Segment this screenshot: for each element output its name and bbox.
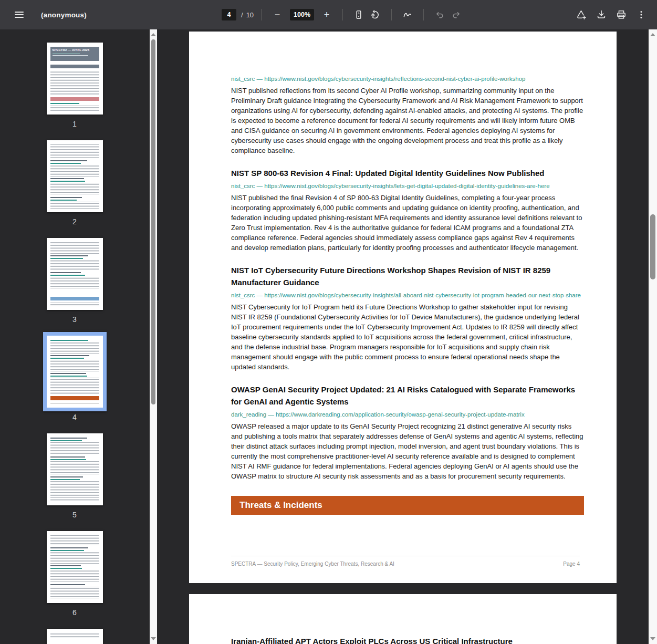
page-thumbnail-7[interactable]: 7 bbox=[47, 629, 103, 644]
page-thumbnail-3[interactable]: 3 bbox=[47, 238, 103, 324]
page-number-input[interactable]: 4 bbox=[222, 9, 236, 20]
toolbar-divider bbox=[342, 9, 343, 20]
thumbnail-preview bbox=[47, 238, 103, 310]
menu-icon[interactable] bbox=[11, 6, 27, 23]
source-link[interactable]: dark_reading — https://www.darkreading.c… bbox=[231, 411, 584, 418]
zoom-out-button[interactable]: − bbox=[269, 6, 286, 23]
thumbnail-section-banner bbox=[50, 396, 99, 400]
thumbnail-page-number: 5 bbox=[47, 511, 103, 519]
article-section: NIST IoT Cybersecurity Future Directions… bbox=[231, 264, 584, 372]
scroll-up-arrow[interactable] bbox=[650, 33, 655, 36]
main-scrollbar-thumb[interactable] bbox=[650, 214, 655, 279]
article-section: nist_csrc — https://www.nist.gov/blogs/c… bbox=[231, 76, 584, 155]
pdf-toolbar: (anonymous) 4 / 10 − 100% + bbox=[0, 0, 657, 29]
main-scrollbar bbox=[649, 29, 657, 644]
toolbar-divider bbox=[261, 9, 262, 20]
article-heading: OWASP GenAI Security Project Updated: 21… bbox=[231, 383, 584, 408]
article-body: OWASP released a major update to its Gen… bbox=[231, 421, 584, 481]
page-thumbnail-6[interactable]: 6 bbox=[47, 531, 103, 617]
article-heading: NIST SP 800-63 Revision 4 Final: Updated… bbox=[231, 167, 584, 180]
redo-icon[interactable] bbox=[448, 6, 465, 23]
article-body: NIST published the final Revision 4 of S… bbox=[231, 193, 584, 253]
undo-icon[interactable] bbox=[431, 6, 448, 23]
scroll-down-arrow[interactable] bbox=[650, 637, 655, 640]
page-footer: SPECTRA — Security Policy, Emerging Cybe… bbox=[231, 556, 580, 567]
article-body: NIST published reflections from its seco… bbox=[231, 86, 584, 155]
section-banner-threats-incidents: Threats & Incidents bbox=[231, 496, 584, 515]
pdf-viewer-window: (anonymous) 4 / 10 − 100% + bbox=[0, 0, 657, 644]
thumbnail-page-number: 1 bbox=[47, 120, 103, 128]
rotate-icon[interactable] bbox=[367, 6, 384, 23]
thumbnail-panel: SPECTRA — APRIL 2026 1 bbox=[0, 29, 149, 644]
thumbnail-page-number: 3 bbox=[47, 315, 103, 324]
thumbnail-page-number: 2 bbox=[47, 217, 103, 226]
thumbnail-section-banner bbox=[50, 97, 99, 101]
download-icon[interactable] bbox=[593, 6, 610, 23]
pdf-page-4: nist_csrc — https://www.nist.gov/blogs/c… bbox=[189, 32, 617, 583]
thumbnail-section-banner bbox=[50, 297, 99, 300]
print-icon[interactable] bbox=[613, 6, 630, 23]
thumbnail-page-number: 4 bbox=[47, 413, 103, 421]
toolbar-divider bbox=[391, 9, 392, 20]
sidebar-scrollbar bbox=[150, 29, 157, 644]
page-thumbnail-4-selected[interactable]: 4 bbox=[47, 336, 103, 421]
more-options-icon[interactable] bbox=[633, 6, 650, 23]
fit-page-icon[interactable] bbox=[350, 6, 367, 23]
page-separator: / bbox=[241, 11, 243, 19]
sidebar-scrollbar-thumb[interactable] bbox=[151, 39, 155, 404]
thumbnail-preview: SPECTRA — APRIL 2026 bbox=[47, 43, 103, 115]
source-link[interactable]: nist_csrc — https://www.nist.gov/blogs/c… bbox=[231, 76, 584, 82]
toolbar-center-controls: 4 / 10 − 100% + bbox=[222, 0, 465, 29]
article-body: NIST Cybersecurity for IoT Program held … bbox=[231, 302, 584, 372]
pdf-page-5: Iranian-Affiliated APT Actors Exploit PL… bbox=[189, 594, 617, 644]
draw-annotate-icon[interactable] bbox=[399, 6, 416, 23]
thumbnail-preview bbox=[43, 332, 107, 411]
scroll-up-arrow[interactable] bbox=[151, 33, 156, 36]
article-heading: Iranian-Affiliated APT Actors Exploit PL… bbox=[231, 635, 584, 644]
thumbnail-section-banner bbox=[50, 65, 99, 68]
footer-newsletter-title: SPECTRA — Security Policy, Emerging Cybe… bbox=[231, 561, 394, 567]
footer-page-number: Page 4 bbox=[563, 561, 580, 567]
source-link[interactable]: nist_csrc — https://www.nist.gov/blogs/c… bbox=[231, 183, 584, 189]
thumbnail-title-banner: SPECTRA — APRIL 2026 bbox=[50, 47, 99, 61]
zoom-level-input[interactable]: 100% bbox=[290, 9, 314, 20]
thumbnail-page-number: 6 bbox=[47, 608, 103, 617]
thumbnail-preview bbox=[47, 629, 103, 644]
page-thumbnail-5[interactable]: 5 bbox=[47, 433, 103, 519]
page-thumbnail-1[interactable]: SPECTRA — APRIL 2026 1 bbox=[47, 43, 103, 128]
thumbnail-preview bbox=[47, 433, 103, 505]
thumbnail-preview bbox=[47, 531, 103, 603]
page-thumbnail-2[interactable]: 2 bbox=[47, 140, 103, 226]
article-heading: NIST IoT Cybersecurity Future Directions… bbox=[231, 264, 584, 289]
thumbnail-preview bbox=[47, 140, 103, 212]
article-section: NIST SP 800-63 Revision 4 Final: Updated… bbox=[231, 167, 584, 253]
annotate-add-icon[interactable] bbox=[573, 6, 590, 23]
scroll-down-arrow[interactable] bbox=[151, 637, 156, 640]
zoom-in-button[interactable]: + bbox=[318, 6, 335, 23]
toolbar-right-controls bbox=[573, 0, 650, 29]
page-total: 10 bbox=[246, 11, 254, 19]
document-title: (anonymous) bbox=[41, 11, 87, 19]
article-section: OWASP GenAI Security Project Updated: 21… bbox=[231, 383, 584, 481]
toolbar-divider bbox=[423, 9, 424, 20]
source-link[interactable]: nist_csrc — https://www.nist.gov/blogs/c… bbox=[231, 292, 584, 298]
